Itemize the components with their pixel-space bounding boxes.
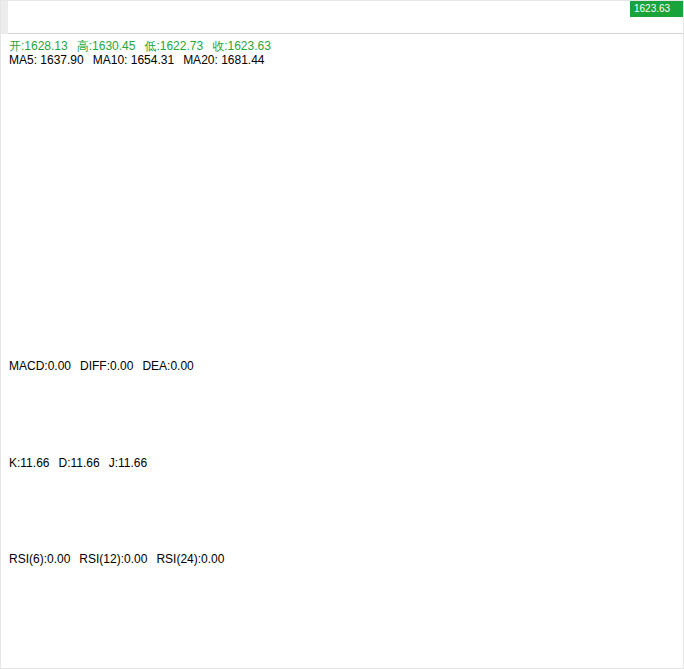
close-value: 收:1623.63 — [212, 39, 271, 53]
period-tabbar — [1, 1, 684, 34]
rsi12-value: RSI(12):0.00 — [79, 552, 147, 566]
high-value: 高:1630.45 — [77, 39, 136, 53]
dea-value: DEA:0.00 — [142, 359, 193, 373]
stock-chart-widget: 开:1628.13高:1630.45低:1622.73收:1623.63 MA5… — [0, 0, 684, 669]
rsi24-value: RSI(24):0.00 — [156, 552, 224, 566]
diff-value: DIFF:0.00 — [80, 359, 133, 373]
current-price-flag: 1623.63 — [630, 1, 684, 17]
ma-legend: MA5: 1637.90MA10: 1654.31MA20: 1681.44 — [9, 53, 274, 67]
k-value: K:11.66 — [9, 456, 49, 470]
rsi6-value: RSI(6):0.00 — [9, 552, 70, 566]
ma5-value: MA5: 1637.90 — [9, 53, 84, 67]
d-value: D:11.66 — [58, 456, 99, 470]
ma10-value: MA10: 1654.31 — [93, 53, 174, 67]
rsi-legend: RSI(6):0.00RSI(12):0.00RSI(24):0.00 — [9, 552, 233, 566]
ma20-value: MA20: 1681.44 — [183, 53, 264, 67]
open-value: 开:1628.13 — [9, 39, 68, 53]
macd-value: MACD:0.00 — [9, 359, 71, 373]
j-value: J:11.66 — [109, 456, 147, 470]
kdj-legend: K:11.66D:11.66J:11.66 — [9, 456, 156, 470]
macd-legend: MACD:0.00DIFF:0.00DEA:0.00 — [9, 359, 203, 373]
tabbar-left-strip — [1, 1, 8, 34]
low-value: 低:1622.73 — [144, 39, 203, 53]
